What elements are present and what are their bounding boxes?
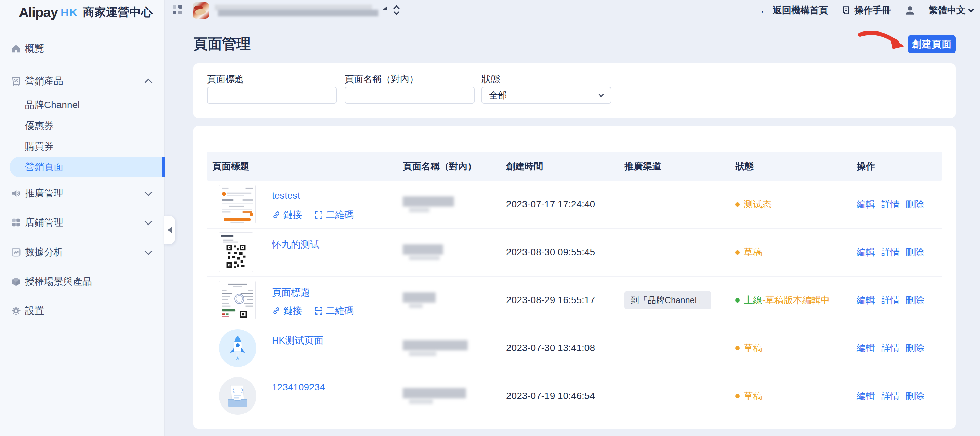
- filter-name-label: 頁面名稱（對內）: [345, 73, 418, 85]
- created-time: 2023-07-30 13:41:08: [506, 343, 595, 353]
- language-selector[interactable]: 繁體中文: [929, 4, 973, 16]
- delete-action[interactable]: 刪除: [906, 294, 924, 306]
- arrow-left-icon: ←: [759, 5, 769, 16]
- created-time: 2023-07-19 10:46:54: [506, 390, 595, 401]
- sidebar-item-marketing-pages[interactable]: 營銷頁面: [10, 157, 165, 177]
- chevron-down-icon: [968, 6, 974, 12]
- create-page-button[interactable]: 創建頁面: [908, 35, 956, 53]
- status-badge: 测试态: [735, 198, 772, 211]
- detail-action[interactable]: 詳情: [881, 342, 900, 354]
- trend-chart-icon: [11, 247, 21, 257]
- sidebar-item-promotion-mgmt[interactable]: 推廣管理: [0, 183, 165, 204]
- brand-suffix: 商家運營中心: [83, 5, 153, 20]
- page-thumbnail-rocket: [219, 329, 256, 367]
- created-time: 2023-08-29 16:55:17: [506, 295, 595, 306]
- merchant-avatar[interactable]: [192, 2, 209, 19]
- sidebar: Alipay HK 商家運營中心 概覽 營銷產品 品牌Channel 優惠券 購…: [0, 0, 165, 436]
- sidebar-item-store-mgmt[interactable]: 店鋪管理: [0, 212, 165, 233]
- verified-mark: [383, 6, 387, 10]
- status-dot: [735, 346, 740, 350]
- merchant-name-redacted: [215, 5, 378, 16]
- status-dot: [735, 250, 740, 255]
- workspace-switcher-icon[interactable]: [393, 4, 401, 16]
- page-title-link[interactable]: 頁面標題: [272, 286, 310, 299]
- page-title-link[interactable]: 1234109234: [272, 382, 325, 393]
- page-name-redacted: [403, 196, 454, 212]
- chevron-up-icon: [145, 79, 153, 86]
- page-title-link[interactable]: 怀九的测试: [272, 238, 320, 251]
- page-thumbnail-qrcode: [219, 232, 253, 272]
- edit-action[interactable]: 編輯: [857, 342, 875, 354]
- status-select[interactable]: 全部: [482, 86, 611, 104]
- table-row: testest 鏈接 二維碼 2023-07-17 17:24:40 测试态 編…: [207, 181, 942, 228]
- brand-alipay: Alipay: [19, 5, 58, 20]
- chevron-down-icon: [145, 218, 153, 225]
- filter-status-label: 狀態: [482, 73, 500, 85]
- chevron-down-icon: [145, 188, 153, 196]
- detail-action[interactable]: 詳情: [881, 294, 900, 306]
- workspace-grid-icon[interactable]: [173, 5, 182, 14]
- delete-action[interactable]: 刪除: [906, 342, 924, 354]
- sidebar-item-auth-scenes[interactable]: 授權場景與產品: [0, 272, 165, 292]
- table-row: 怀九的测试 2023-08-30 09:55:45 草稿 編輯 詳情 刪除: [207, 228, 942, 276]
- filter-title-label: 頁面標題: [207, 73, 244, 85]
- sidebar-item-coupons[interactable]: 優惠券: [0, 116, 165, 136]
- annotation-arrow: [857, 29, 908, 53]
- qrcode-scan-icon: [314, 211, 323, 219]
- gear-icon: [11, 306, 21, 316]
- col-title: 頁面標題: [212, 160, 249, 172]
- filter-title-input[interactable]: [207, 86, 337, 104]
- edit-action[interactable]: 編輯: [857, 294, 875, 306]
- status-select-value: 全部: [489, 89, 507, 101]
- page-title: 頁面管理: [193, 34, 251, 53]
- page-name-redacted: [403, 244, 443, 260]
- status-dot: [735, 394, 740, 398]
- user-icon[interactable]: [904, 5, 916, 16]
- chevron-down-icon: [599, 92, 604, 97]
- table-row: HK测试页面 2023-07-30 13:41:08 草稿 編輯 詳情 刪除: [207, 324, 942, 372]
- page-qrcode-button[interactable]: 二維碼: [314, 305, 353, 317]
- page-thumbnail-receipt: [219, 281, 256, 319]
- sidebar-item-label: 營銷產品: [25, 75, 63, 88]
- status-badge: 上線-草稿版本編輯中: [735, 294, 830, 306]
- edit-action[interactable]: 編輯: [857, 246, 875, 259]
- col-created: 創建時間: [506, 160, 543, 172]
- delete-action[interactable]: 刪除: [906, 390, 924, 402]
- sidebar-collapse-toggle[interactable]: [164, 216, 175, 244]
- edit-action[interactable]: 編輯: [857, 198, 875, 211]
- col-actions: 操作: [857, 160, 875, 172]
- sidebar-item-overview[interactable]: 概覽: [0, 38, 165, 59]
- manual-link[interactable]: 操作手冊: [841, 4, 891, 16]
- coupon-icon: [11, 76, 21, 86]
- page-thumbnail-screenshot: [219, 185, 256, 224]
- cube-icon: [11, 276, 21, 287]
- sidebar-item-brand-channel[interactable]: 品牌Channel: [0, 95, 165, 115]
- col-name: 頁面名稱（對內）: [403, 160, 477, 172]
- detail-action[interactable]: 詳情: [881, 390, 900, 402]
- back-to-org-home-link[interactable]: ← 返回機構首頁: [759, 4, 828, 16]
- topbar: ← 返回機構首頁 操作手冊 繁體中文: [165, 0, 980, 21]
- edit-action[interactable]: 編輯: [857, 390, 875, 402]
- table-header: 頁面標題 頁面名稱（對內） 創建時間 推廣渠道 狀態 操作: [207, 152, 942, 181]
- filter-name-input[interactable]: [345, 86, 475, 104]
- detail-action[interactable]: 詳情: [881, 198, 900, 211]
- status-dot: [735, 202, 740, 207]
- page-link-button[interactable]: 鏈接: [272, 209, 302, 221]
- page-title-link[interactable]: HK测试页面: [272, 334, 323, 347]
- delete-action[interactable]: 刪除: [906, 246, 924, 259]
- sidebar-item-marketing-products[interactable]: 營銷產品: [0, 71, 165, 91]
- detail-action[interactable]: 詳情: [881, 246, 900, 259]
- apps-grid-icon: [11, 217, 21, 228]
- promotion-channel-badge: 到「品牌Channel」: [624, 291, 711, 309]
- page-name-redacted: [403, 292, 436, 308]
- delete-action[interactable]: 刪除: [906, 198, 924, 211]
- megaphone-icon: [11, 188, 21, 198]
- page-link-button[interactable]: 鏈接: [272, 305, 302, 317]
- page-qrcode-button[interactable]: 二維碼: [314, 209, 353, 221]
- table-row: 1234109234 2023-07-19 10:46:54 草稿 編輯 詳情 …: [207, 372, 942, 420]
- page-title-link[interactable]: testest: [272, 190, 300, 201]
- sidebar-item-data-analysis[interactable]: 數據分析: [0, 242, 165, 262]
- sidebar-item-settings[interactable]: 設置: [0, 300, 165, 321]
- table-body: testest 鏈接 二維碼 2023-07-17 17:24:40 测试态 編…: [207, 181, 942, 420]
- sidebar-item-purchase-vouchers[interactable]: 購買券: [0, 136, 165, 157]
